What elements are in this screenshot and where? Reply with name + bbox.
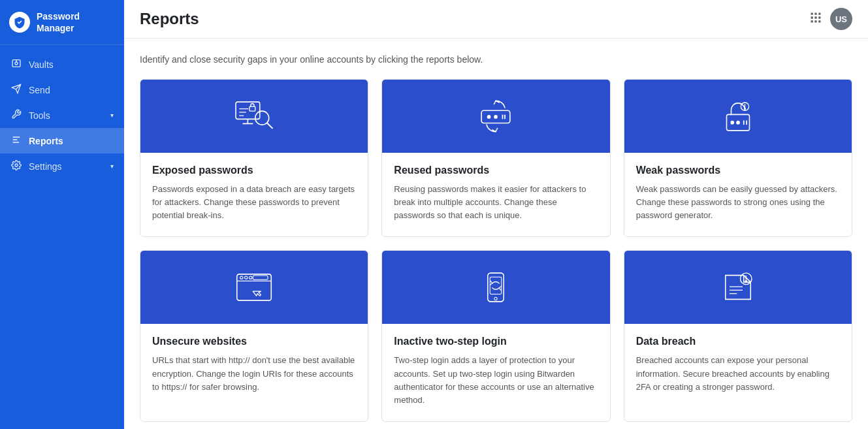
report-card-inactive2fa[interactable]: Inactive two-step login Two-step login a… — [381, 250, 610, 422]
svg-rect-16 — [814, 20, 816, 22]
svg-rect-18 — [236, 102, 260, 119]
svg-rect-26 — [249, 106, 255, 111]
svg-rect-17 — [818, 20, 820, 22]
svg-point-43 — [245, 276, 248, 279]
app-logo — [9, 12, 30, 33]
svg-rect-9 — [811, 12, 813, 14]
svg-point-8 — [15, 164, 18, 167]
reused-card-body: Reused passwords Reusing passwords makes… — [382, 153, 609, 236]
inactive2fa-card-image — [382, 251, 609, 324]
report-card-exposed[interactable]: Exposed passwords Passwords exposed in a… — [140, 79, 368, 237]
report-card-reused[interactable]: Reused passwords Reusing passwords makes… — [381, 79, 610, 237]
send-icon — [10, 84, 22, 96]
sidebar-header: Password Manager — [0, 0, 124, 45]
reports-icon — [10, 135, 22, 147]
svg-point-42 — [240, 276, 243, 279]
reused-card-desc: Reusing passwords makes it easier for at… — [394, 183, 598, 222]
topbar: Reports US — [124, 0, 868, 39]
vaults-label: Vaults — [29, 59, 54, 70]
svg-point-29 — [494, 116, 497, 118]
databreach-card-title: Data breach — [636, 336, 840, 347]
svg-point-48 — [494, 298, 497, 300]
weak-card-desc: Weak passwords can be easily guessed by … — [636, 183, 840, 222]
svg-point-54 — [745, 281, 747, 282]
svg-point-39 — [744, 108, 745, 109]
tools-label: Tools — [29, 110, 50, 121]
user-avatar[interactable]: US — [830, 8, 852, 30]
unsecure-card-body: Unsecure websites URLs that start with h… — [140, 324, 368, 407]
vault-icon — [10, 58, 22, 71]
settings-chevron-icon: ▾ — [110, 163, 114, 170]
send-label: Send — [29, 85, 50, 95]
content-area: Identify and close security gaps in your… — [124, 39, 868, 429]
page-title: Reports — [140, 10, 199, 28]
databreach-card-body: Data breach Breached accounts can expose… — [624, 324, 852, 407]
page-subtitle: Identify and close security gaps in your… — [140, 54, 852, 65]
svg-point-44 — [249, 276, 252, 279]
app-name: Password Manager — [37, 10, 115, 34]
reused-card-image — [382, 80, 609, 153]
sidebar-nav: Vaults Send Tools ▾ — [0, 45, 124, 429]
grid-icon[interactable] — [809, 11, 822, 27]
weak-card-image — [624, 80, 852, 153]
svg-rect-15 — [811, 20, 813, 22]
databreach-card-desc: Breached accounts can expose your person… — [636, 354, 840, 393]
svg-rect-45 — [253, 276, 268, 279]
svg-line-25 — [267, 123, 272, 129]
inactive2fa-card-title: Inactive two-step login — [394, 336, 598, 347]
inactive2fa-card-body: Inactive two-step login Two-step login a… — [382, 324, 609, 421]
exposed-card-body: Exposed passwords Passwords exposed in a… — [140, 153, 368, 236]
reports-label: Reports — [29, 136, 63, 146]
sidebar-item-settings[interactable]: Settings ▾ — [0, 153, 124, 179]
unsecure-card-desc: URLs that start with http:// don't use t… — [152, 354, 356, 393]
svg-rect-13 — [814, 16, 816, 18]
main-content: Reports US Identify and close security g… — [124, 0, 868, 429]
svg-rect-14 — [818, 16, 820, 18]
exposed-card-desc: Passwords exposed in a data breach are e… — [152, 183, 356, 222]
svg-rect-40 — [237, 274, 272, 300]
sidebar-item-vaults[interactable]: Vaults — [0, 52, 124, 77]
svg-point-34 — [737, 121, 739, 123]
sidebar: Password Manager Vaults Send — [0, 0, 124, 429]
svg-rect-47 — [490, 278, 502, 294]
sidebar-item-send[interactable]: Send — [0, 77, 124, 103]
databreach-card-image — [624, 251, 852, 324]
settings-label: Settings — [29, 161, 62, 172]
report-card-unsecure[interactable]: Unsecure websites URLs that start with h… — [140, 250, 368, 422]
svg-rect-11 — [818, 12, 820, 14]
tools-chevron-icon: ▾ — [110, 112, 114, 119]
weak-card-title: Weak passwords — [636, 165, 840, 176]
reused-card-title: Reused passwords — [394, 165, 598, 176]
report-card-databreach[interactable]: Data breach Breached accounts can expose… — [624, 250, 852, 422]
exposed-card-title: Exposed passwords — [152, 165, 356, 176]
svg-rect-12 — [811, 16, 813, 18]
exposed-card-image — [140, 80, 368, 153]
unsecure-card-title: Unsecure websites — [152, 336, 356, 347]
svg-point-33 — [731, 121, 733, 123]
inactive2fa-card-desc: Two-step login adds a layer of protectio… — [394, 354, 598, 407]
tools-icon — [10, 109, 22, 121]
sidebar-item-tools[interactable]: Tools ▾ — [0, 103, 124, 128]
report-card-weak[interactable]: Weak passwords Weak passwords can be eas… — [624, 79, 852, 237]
reports-grid: Exposed passwords Passwords exposed in a… — [140, 79, 852, 422]
svg-point-1 — [15, 62, 18, 65]
topbar-right: US — [809, 8, 852, 30]
weak-card-body: Weak passwords Weak passwords can be eas… — [624, 153, 852, 236]
unsecure-card-image — [140, 251, 368, 324]
svg-point-28 — [488, 116, 490, 118]
sidebar-item-reports[interactable]: Reports — [0, 128, 124, 153]
settings-icon — [10, 160, 22, 172]
svg-rect-10 — [814, 12, 816, 14]
